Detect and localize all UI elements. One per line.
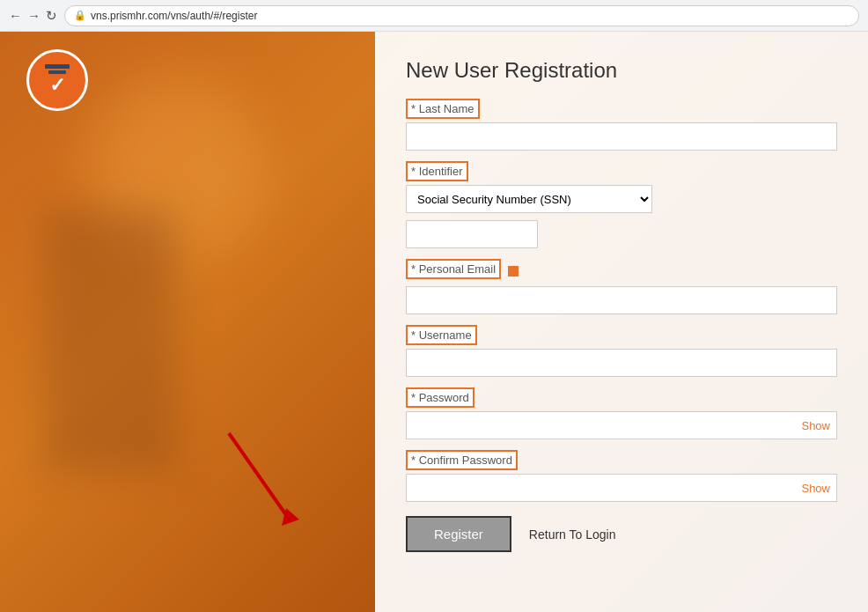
identifier-group: * Identifier Social Security Number (SSN…: [406, 161, 837, 248]
refresh-button[interactable]: ↻: [46, 8, 57, 24]
last-name-input[interactable]: [406, 122, 837, 151]
last-name-group: * Last Name: [406, 99, 837, 151]
confirm-password-label: * Confirm Password: [406, 450, 518, 470]
personal-email-group: * Personal Email: [406, 259, 837, 314]
password-wrapper: Show: [406, 411, 837, 439]
ssn-input[interactable]: [406, 220, 538, 248]
back-button[interactable]: ←: [9, 8, 22, 23]
forward-button[interactable]: →: [27, 8, 40, 23]
confirm-password-wrapper: Show: [406, 474, 837, 502]
browser-chrome: ← → ↻ 🔒 vns.prismhr.com/vns/auth/#/regis…: [0, 0, 868, 32]
lock-icon: 🔒: [74, 10, 86, 21]
checkmark-icon: ✓: [49, 74, 65, 97]
identifier-label: * Identifier: [406, 161, 468, 181]
url-text: vns.prismhr.com/vns/auth/#/register: [91, 10, 257, 22]
page-content: ✓ New User Registration * Last Name * Id…: [0, 32, 868, 612]
prismhr-logo: ✓: [26, 49, 88, 111]
confirm-password-group: * Confirm Password Show: [406, 450, 837, 502]
svg-line-0: [229, 433, 291, 521]
username-input[interactable]: [406, 349, 837, 377]
form-title: New User Registration: [406, 58, 837, 83]
identifier-select[interactable]: Social Security Number (SSN) Employee ID…: [406, 185, 652, 213]
confirm-password-show-button[interactable]: Show: [801, 482, 830, 495]
personal-email-label: * Personal Email: [406, 259, 501, 279]
address-bar[interactable]: 🔒 vns.prismhr.com/vns/auth/#/register: [64, 5, 859, 26]
password-label: * Password: [406, 387, 474, 408]
username-label: * Username: [406, 325, 477, 345]
form-footer: Register Return To Login: [406, 516, 837, 561]
logo-inner: ✓: [45, 64, 70, 97]
confirm-password-input[interactable]: [406, 474, 837, 502]
return-to-login-link[interactable]: Return To Login: [529, 527, 616, 542]
username-group: * Username: [406, 325, 837, 377]
logo-bar-top: [45, 64, 70, 69]
password-input[interactable]: [406, 411, 837, 439]
arrow-annotation: [176, 424, 352, 542]
last-name-label: * Last Name: [406, 99, 480, 119]
bg-decoration-2: [44, 208, 176, 472]
personal-email-input[interactable]: [406, 286, 837, 314]
email-indicator: [508, 266, 519, 277]
personal-email-label-row: * Personal Email: [406, 259, 837, 283]
register-button[interactable]: Register: [406, 516, 511, 552]
password-show-button[interactable]: Show: [801, 419, 830, 432]
browser-nav: ← → ↻: [9, 8, 57, 24]
password-group: * Password Show: [406, 387, 837, 439]
registration-form-panel: New User Registration * Last Name * Iden…: [375, 32, 868, 612]
